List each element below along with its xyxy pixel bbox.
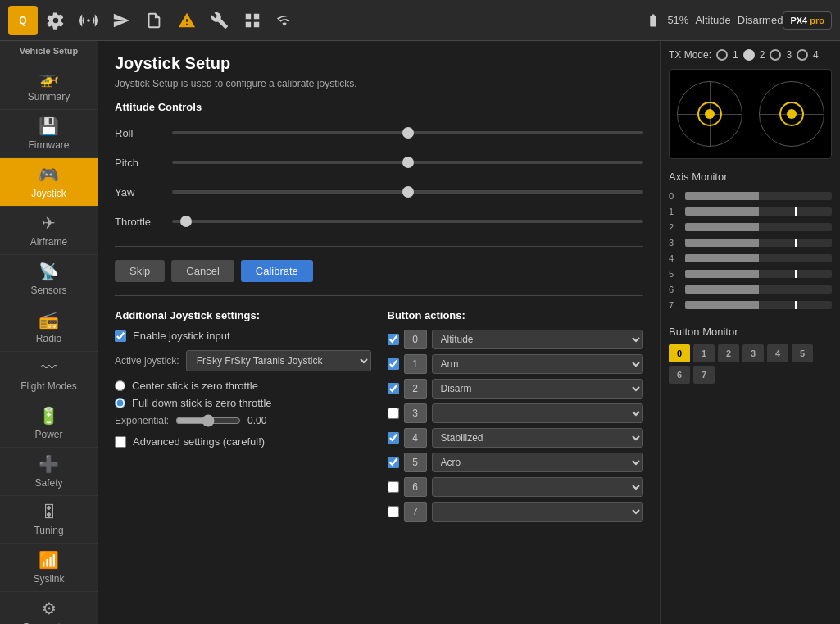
btn-monitor-0: 0 xyxy=(669,344,690,362)
doc-icon[interactable] xyxy=(139,6,169,35)
brand-logo: PX4 pro xyxy=(783,11,832,30)
active-joystick-select[interactable]: FrSky FrSky Taranis Joystick xyxy=(186,350,371,371)
btn-action-check-1[interactable] xyxy=(388,358,399,370)
throttle-label: Throttle xyxy=(115,216,172,228)
btn-action-select-2[interactable]: Disarm xyxy=(432,379,644,399)
axis-monitor-row-4: 4 xyxy=(669,252,832,265)
button-action-7: 7 xyxy=(388,502,644,522)
exponential-row: Exponential: 0.00 xyxy=(115,414,371,427)
sidebar-item-airframe[interactable]: ✈ Airframe xyxy=(0,207,98,255)
button-monitor-row: 0 1 2 3 4 5 6 7 xyxy=(669,344,832,384)
sidebar-label-firmware: Firmware xyxy=(29,139,70,151)
signal-icon[interactable] xyxy=(270,6,300,35)
exponential-value: 0.00 xyxy=(247,415,266,426)
full-down-row[interactable]: Full down stick is zero throttle xyxy=(115,397,371,409)
btn-action-check-5[interactable] xyxy=(388,457,399,468)
btn-num-5: 5 xyxy=(404,453,427,472)
btn-action-select-4[interactable]: Stabilized xyxy=(432,428,644,448)
sidebar-item-radio[interactable]: 📻 Radio xyxy=(0,303,98,352)
axis-bar-fill-6 xyxy=(685,285,759,294)
grid-icon[interactable] xyxy=(238,6,267,35)
btn-action-select-6[interactable] xyxy=(432,477,644,497)
enable-joystick-row[interactable]: Enable joystick input xyxy=(115,330,371,342)
tx-mode-1-radio[interactable] xyxy=(716,49,728,61)
calibration-buttons: Skip Cancel Calibrate xyxy=(115,260,643,282)
yaw-track xyxy=(172,190,643,194)
active-joystick-row: Active joystick: FrSky FrSky Taranis Joy… xyxy=(115,350,371,371)
btn-action-check-3[interactable] xyxy=(388,408,399,419)
tx-mode-4-radio[interactable] xyxy=(797,49,808,61)
skip-button[interactable]: Skip xyxy=(115,260,165,282)
axis-bar-3 xyxy=(685,239,832,247)
sidebar-item-summary[interactable]: 🚁 Summary xyxy=(0,61,98,110)
page-description: Joystick Setup is used to configure a ca… xyxy=(115,78,643,89)
btn-monitor-5: 5 xyxy=(792,344,813,362)
svg-point-2 xyxy=(87,19,90,22)
pitch-track xyxy=(172,161,643,164)
sidebar-item-power[interactable]: 🔋 Power xyxy=(0,399,98,448)
enable-joystick-checkbox[interactable] xyxy=(115,330,126,342)
settings-columns: Additional Joystick settings: Enable joy… xyxy=(115,309,643,526)
additional-settings-panel: Additional Joystick settings: Enable joy… xyxy=(115,309,371,526)
axis-monitor-row-2: 2 xyxy=(669,221,832,234)
cancel-button[interactable]: Cancel xyxy=(171,260,234,282)
throttle-thumb xyxy=(180,216,192,227)
sidebar-item-sensors[interactable]: 📡 Sensors xyxy=(0,255,98,303)
btn-monitor-3: 3 xyxy=(742,344,764,362)
firmware-icon: 💾 xyxy=(39,116,59,136)
exponential-slider[interactable] xyxy=(175,414,241,427)
app-icon[interactable]: Q xyxy=(8,6,38,35)
btn-num-4: 4 xyxy=(404,428,427,448)
btn-action-check-0[interactable] xyxy=(388,334,399,345)
axis-bar-marker-3 xyxy=(795,239,797,247)
sidebar: Vehicle Setup 🚁 Summary 💾 Firmware 🎮 Joy… xyxy=(0,41,98,624)
sidebar-item-tuning[interactable]: 🎛 Tuning xyxy=(0,496,98,544)
sidebar-item-safety[interactable]: ➕ Safety xyxy=(0,448,98,496)
axis-monitor-row-0: 0 xyxy=(669,189,832,203)
btn-monitor-7: 7 xyxy=(693,366,715,384)
button-action-6: 6 xyxy=(388,477,644,497)
calibrate-button[interactable]: Calibrate xyxy=(241,260,313,282)
sidebar-item-firmware[interactable]: 💾 Firmware xyxy=(0,110,98,158)
settings-icon[interactable] xyxy=(41,6,70,35)
btn-num-3: 3 xyxy=(404,403,427,423)
button-action-3: 3 xyxy=(388,403,644,423)
tx-mode-2-radio[interactable] xyxy=(743,49,755,61)
btn-action-check-7[interactable] xyxy=(388,506,399,517)
joystick-dot xyxy=(705,109,715,119)
sidebar-item-joystick[interactable]: 🎮 Joystick xyxy=(0,158,98,207)
btn-action-select-3[interactable] xyxy=(432,403,644,423)
send-icon[interactable] xyxy=(107,6,136,35)
btn-action-check-2[interactable] xyxy=(388,383,399,394)
btn-action-select-7[interactable] xyxy=(432,502,644,522)
right-panel: TX Mode: 1 2 3 4 xyxy=(660,41,840,624)
axis-bar-fill-3 xyxy=(685,239,759,247)
tx-mode-label: TX Mode: xyxy=(669,49,711,61)
center-stick-row[interactable]: Center stick is zero throttle xyxy=(115,380,371,392)
btn-num-0: 0 xyxy=(404,330,427,349)
center-stick-radio[interactable] xyxy=(115,380,125,391)
axis-bar-4 xyxy=(685,254,832,262)
btn-action-select-0[interactable]: Altitude xyxy=(432,330,644,349)
sidebar-item-syslink[interactable]: 📶 Syslink xyxy=(0,544,98,592)
sidebar-item-parameters[interactable]: ⚙ Parameters xyxy=(0,592,98,624)
tools-icon[interactable] xyxy=(205,6,234,35)
tx-mode-3-radio[interactable] xyxy=(770,49,781,61)
advanced-settings-row[interactable]: Advanced settings (careful!) xyxy=(115,435,371,448)
advanced-settings-label: Advanced settings (careful!) xyxy=(133,435,265,448)
btn-action-select-1[interactable]: Arm xyxy=(432,354,644,374)
btn-action-select-5[interactable]: Acro xyxy=(432,453,644,472)
sidebar-item-flightmodes[interactable]: 〰 Flight Modes xyxy=(0,352,98,399)
full-down-radio[interactable] xyxy=(115,398,125,408)
comm-icon[interactable] xyxy=(74,6,103,35)
advanced-settings-checkbox[interactable] xyxy=(115,436,126,448)
btn-action-check-6[interactable] xyxy=(388,481,399,493)
axis-num-1: 1 xyxy=(669,207,680,216)
sidebar-label-summary: Summary xyxy=(28,91,70,102)
button-action-1: 1 Arm xyxy=(388,354,644,374)
parameters-icon: ⚙ xyxy=(42,599,57,618)
btn-action-check-4[interactable] xyxy=(388,432,399,444)
warning-icon[interactable] xyxy=(172,6,202,35)
page-title: Joystick Setup xyxy=(115,54,643,73)
btn-num-1: 1 xyxy=(404,354,427,374)
